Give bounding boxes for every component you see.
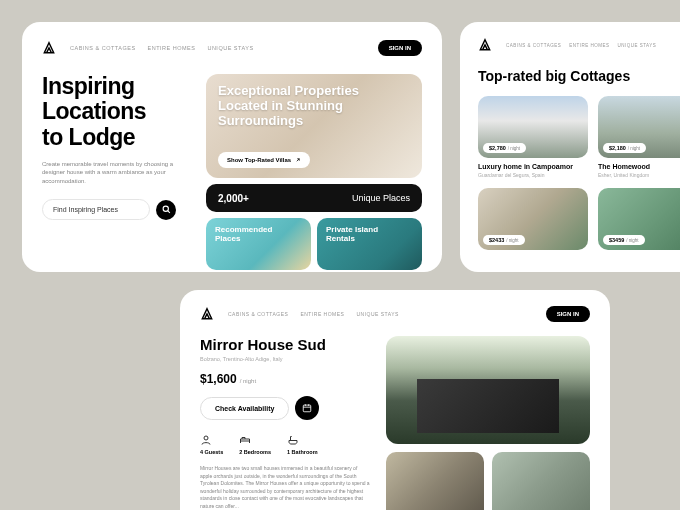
property-image: $3459/ night — [598, 188, 680, 250]
recommended-tile[interactable]: Recommended Places — [206, 218, 311, 270]
gallery-thumb[interactable] — [492, 452, 590, 510]
price-chip: $2,780/ night — [483, 143, 526, 153]
detail-info: Mirror House Sud Bolzano, Trentino-Alto … — [200, 336, 370, 510]
nav-link-cabins[interactable]: CABINS & COTTAGES — [228, 311, 288, 317]
nav-link-unique[interactable]: UNIQUE STAYS — [207, 45, 253, 51]
property-item[interactable]: $2,180/ night The Homewood Esher, United… — [598, 96, 680, 178]
svg-point-2 — [204, 436, 208, 440]
private-island-tile[interactable]: Private Island Rentals — [317, 218, 422, 270]
price-chip: $3459/ night — [603, 235, 645, 245]
price-chip: $2,180/ night — [603, 143, 646, 153]
property-location: Esher, United Kingdom — [598, 172, 680, 178]
detail-gallery — [386, 336, 590, 510]
property-image: $2433/ night — [478, 188, 588, 250]
feature-card: Exceptional Properties Located in Stunni… — [206, 74, 422, 178]
property-item[interactable]: $3459/ night — [598, 188, 680, 250]
search-icon — [162, 205, 171, 214]
property-name: The Homewood — [598, 163, 680, 170]
logo-icon — [42, 41, 56, 55]
nav-links: CABINS & COTTAGES ENTIRE HOMES UNIQUE ST… — [228, 311, 399, 317]
nav-link-homes[interactable]: ENTIRE HOMES — [569, 43, 609, 48]
detail-description: Mirror Houses are two small houses immer… — [200, 465, 370, 510]
feature-bedrooms: 2 Bedrooms — [239, 434, 271, 455]
check-availability-button[interactable]: Check Availability — [200, 397, 289, 420]
feature-title: Exceptional Properties Located in Stunni… — [218, 84, 410, 129]
svg-rect-1 — [304, 405, 312, 412]
nav-links: CABINS & COTTAGES ENTIRE HOMES UNIQUE ST… — [506, 43, 656, 48]
property-location: Guardamar del Segura, Spain — [478, 172, 588, 178]
stats-bar: 2,000+ Unique Places — [206, 184, 422, 212]
hero-title: Inspiring Locations to Lodge — [42, 74, 192, 150]
hero-card: CABINS & COTTAGES ENTIRE HOMES UNIQUE ST… — [22, 22, 442, 272]
signin-button[interactable]: SIGN IN — [546, 306, 590, 322]
nav-bar: CABINS & COTTAGES ENTIRE HOMES UNIQUE ST… — [478, 38, 680, 52]
feature-guests: 4 Guests — [200, 434, 223, 455]
guests-icon — [200, 434, 212, 446]
signin-button[interactable]: SIGN IN — [378, 40, 422, 56]
svg-point-0 — [163, 206, 168, 211]
nav-link-homes[interactable]: ENTIRE HOMES — [300, 311, 344, 317]
detail-location: Bolzano, Trentino-Alto Adige, Italy — [200, 356, 370, 362]
gallery-thumb[interactable] — [386, 452, 484, 510]
detail-card: CABINS & COTTAGES ENTIRE HOMES UNIQUE ST… — [180, 290, 610, 510]
detail-price: $1,600/ night — [200, 372, 370, 386]
stats-count: 2,000+ — [218, 193, 249, 204]
feature-bathrooms: 1 Bathroom — [287, 434, 318, 455]
property-item[interactable]: $2433/ night — [478, 188, 588, 250]
nav-bar: CABINS & COTTAGES ENTIRE HOMES UNIQUE ST… — [42, 40, 422, 56]
property-image: $2,780/ night — [478, 96, 588, 158]
nav-link-cabins[interactable]: CABINS & COTTAGES — [506, 43, 561, 48]
nav-link-unique[interactable]: UNIQUE STAYS — [617, 43, 656, 48]
logo-icon — [200, 307, 214, 321]
nav-links: CABINS & COTTAGES ENTIRE HOMES UNIQUE ST… — [70, 45, 254, 51]
property-grid: $2,780/ night Luxury home in Campoamor G… — [478, 96, 680, 250]
arrow-icon — [295, 157, 301, 163]
stats-label: Unique Places — [352, 193, 410, 203]
find-input[interactable]: Find Inspiring Places — [42, 199, 150, 220]
calendar-button[interactable] — [295, 396, 319, 420]
detail-title: Mirror House Sud — [200, 336, 370, 353]
nav-link-unique[interactable]: UNIQUE STAYS — [356, 311, 399, 317]
property-item[interactable]: $2,780/ night Luxury home in Campoamor G… — [478, 96, 588, 178]
hero-subtitle: Create memorable travel moments by choos… — [42, 160, 192, 185]
nav-link-homes[interactable]: ENTIRE HOMES — [148, 45, 196, 51]
gallery-main-image[interactable] — [386, 336, 590, 444]
property-name: Luxury home in Campoamor — [478, 163, 588, 170]
nav-bar: CABINS & COTTAGES ENTIRE HOMES UNIQUE ST… — [200, 306, 590, 322]
property-image: $2,180/ night — [598, 96, 680, 158]
logo-icon — [478, 38, 492, 52]
nav-link-cabins[interactable]: CABINS & COTTAGES — [70, 45, 136, 51]
show-villas-button[interactable]: Show Top-Rated Villas — [218, 152, 310, 168]
search-button[interactable] — [156, 200, 176, 220]
section-title: Top-rated big Cottages — [478, 68, 680, 84]
price-chip: $2433/ night — [483, 235, 525, 245]
hero-right: Exceptional Properties Located in Stunni… — [206, 74, 422, 270]
hero-left: Inspiring Locations to Lodge Create memo… — [42, 74, 192, 270]
calendar-icon — [302, 403, 312, 413]
features-row: 4 Guests 2 Bedrooms 1 Bathroom — [200, 434, 370, 455]
toprated-card: CABINS & COTTAGES ENTIRE HOMES UNIQUE ST… — [460, 22, 680, 272]
bath-icon — [287, 434, 299, 446]
bed-icon — [239, 434, 251, 446]
